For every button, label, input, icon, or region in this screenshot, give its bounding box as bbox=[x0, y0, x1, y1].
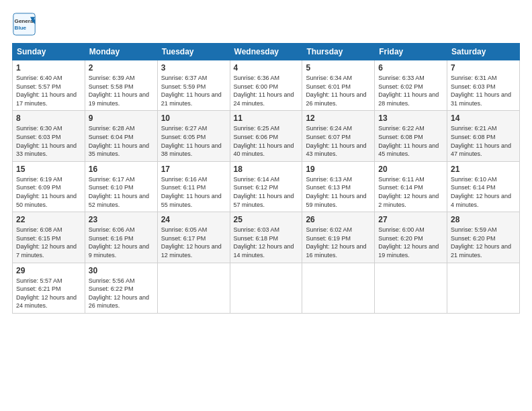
cell-info: Sunrise: 6:33 AMSunset: 6:02 PMDaylight:… bbox=[378, 74, 443, 107]
col-header-tuesday: Tuesday bbox=[157, 44, 230, 60]
calendar-cell: 11Sunrise: 6:25 AMSunset: 6:06 PMDayligh… bbox=[230, 111, 302, 161]
cell-info: Sunrise: 6:00 AMSunset: 6:20 PMDaylight:… bbox=[378, 226, 443, 259]
day-number: 23 bbox=[89, 215, 154, 224]
calendar-cell: 7Sunrise: 6:31 AMSunset: 6:03 PMDaylight… bbox=[447, 60, 520, 111]
cell-info: Sunrise: 6:39 AMSunset: 5:58 PMDaylight:… bbox=[89, 74, 154, 107]
day-number: 24 bbox=[161, 215, 226, 224]
cell-info: Sunrise: 6:10 AMSunset: 6:14 PMDaylight:… bbox=[451, 175, 516, 209]
calendar-cell: 2Sunrise: 6:39 AMSunset: 5:58 PMDaylight… bbox=[85, 60, 157, 111]
week-row-3: 15Sunrise: 6:19 AMSunset: 6:09 PMDayligh… bbox=[13, 161, 520, 212]
day-number: 14 bbox=[451, 113, 516, 123]
cell-info: Sunrise: 6:28 AMSunset: 6:04 PMDaylight:… bbox=[89, 124, 154, 158]
calendar-cell bbox=[375, 263, 447, 313]
day-number: 30 bbox=[89, 266, 154, 275]
col-header-sunday: Sunday bbox=[13, 44, 85, 60]
day-number: 22 bbox=[16, 215, 81, 224]
cell-info: Sunrise: 5:56 AMSunset: 6:22 PMDaylight:… bbox=[89, 277, 154, 310]
svg-text:Blue: Blue bbox=[15, 25, 27, 31]
cell-info: Sunrise: 6:30 AMSunset: 6:03 PMDaylight:… bbox=[16, 124, 81, 158]
calendar-cell: 29Sunrise: 5:57 AMSunset: 6:21 PMDayligh… bbox=[13, 263, 85, 313]
week-row-4: 22Sunrise: 6:08 AMSunset: 6:15 PMDayligh… bbox=[13, 212, 520, 263]
day-number: 18 bbox=[234, 165, 299, 174]
cell-info: Sunrise: 6:16 AMSunset: 6:11 PMDaylight:… bbox=[161, 175, 226, 209]
cell-info: Sunrise: 6:34 AMSunset: 6:01 PMDaylight:… bbox=[306, 74, 371, 107]
col-header-saturday: Saturday bbox=[447, 44, 520, 60]
logo-icon: General Blue bbox=[12, 12, 36, 36]
cell-info: Sunrise: 6:05 AMSunset: 6:17 PMDaylight:… bbox=[161, 226, 226, 259]
cell-info: Sunrise: 6:03 AMSunset: 6:18 PMDaylight:… bbox=[234, 226, 299, 259]
cell-info: Sunrise: 6:14 AMSunset: 6:12 PMDaylight:… bbox=[234, 175, 299, 209]
calendar-cell: 17Sunrise: 6:16 AMSunset: 6:11 PMDayligh… bbox=[157, 161, 230, 212]
col-header-thursday: Thursday bbox=[302, 44, 375, 60]
calendar-cell: 26Sunrise: 6:02 AMSunset: 6:19 PMDayligh… bbox=[302, 212, 375, 263]
cell-info: Sunrise: 6:02 AMSunset: 6:19 PMDaylight:… bbox=[306, 226, 371, 259]
calendar-cell: 13Sunrise: 6:22 AMSunset: 6:08 PMDayligh… bbox=[375, 111, 447, 161]
day-number: 16 bbox=[89, 165, 154, 174]
calendar-cell: 24Sunrise: 6:05 AMSunset: 6:17 PMDayligh… bbox=[157, 212, 230, 263]
header: General Blue bbox=[12, 12, 520, 36]
calendar-cell: 15Sunrise: 6:19 AMSunset: 6:09 PMDayligh… bbox=[13, 161, 85, 212]
cell-info: Sunrise: 6:11 AMSunset: 6:14 PMDaylight:… bbox=[378, 175, 443, 209]
day-number: 15 bbox=[16, 165, 81, 174]
calendar-cell: 12Sunrise: 6:24 AMSunset: 6:07 PMDayligh… bbox=[302, 111, 375, 161]
calendar-cell: 22Sunrise: 6:08 AMSunset: 6:15 PMDayligh… bbox=[13, 212, 85, 263]
calendar-cell: 27Sunrise: 6:00 AMSunset: 6:20 PMDayligh… bbox=[375, 212, 447, 263]
day-number: 10 bbox=[161, 113, 226, 123]
day-number: 13 bbox=[378, 113, 443, 123]
col-header-friday: Friday bbox=[375, 44, 447, 60]
day-number: 27 bbox=[378, 215, 443, 224]
day-number: 11 bbox=[234, 113, 299, 123]
cell-info: Sunrise: 5:57 AMSunset: 6:21 PMDaylight:… bbox=[16, 277, 81, 310]
day-number: 20 bbox=[378, 165, 443, 174]
cell-info: Sunrise: 6:06 AMSunset: 6:16 PMDaylight:… bbox=[89, 226, 154, 259]
calendar-cell: 14Sunrise: 6:21 AMSunset: 6:08 PMDayligh… bbox=[447, 111, 520, 161]
header-row: SundayMondayTuesdayWednesdayThursdayFrid… bbox=[13, 44, 520, 60]
calendar-cell: 21Sunrise: 6:10 AMSunset: 6:14 PMDayligh… bbox=[447, 161, 520, 212]
day-number: 28 bbox=[451, 215, 516, 224]
calendar-cell bbox=[157, 263, 230, 313]
calendar-cell bbox=[447, 263, 520, 313]
calendar-cell: 10Sunrise: 6:27 AMSunset: 6:05 PMDayligh… bbox=[157, 111, 230, 161]
day-number: 7 bbox=[451, 63, 516, 73]
calendar-cell: 1Sunrise: 6:40 AMSunset: 5:57 PMDaylight… bbox=[13, 60, 85, 111]
cell-info: Sunrise: 6:13 AMSunset: 6:13 PMDaylight:… bbox=[306, 175, 371, 209]
day-number: 4 bbox=[234, 63, 299, 73]
calendar-cell: 28Sunrise: 5:59 AMSunset: 6:20 PMDayligh… bbox=[447, 212, 520, 263]
cell-info: Sunrise: 6:31 AMSunset: 6:03 PMDaylight:… bbox=[451, 74, 516, 107]
calendar-cell bbox=[230, 263, 302, 313]
day-number: 19 bbox=[306, 165, 371, 174]
day-number: 29 bbox=[16, 266, 81, 275]
week-row-5: 29Sunrise: 5:57 AMSunset: 6:21 PMDayligh… bbox=[13, 263, 520, 313]
cell-info: Sunrise: 6:37 AMSunset: 5:59 PMDaylight:… bbox=[161, 74, 226, 107]
day-number: 1 bbox=[16, 63, 81, 73]
calendar-cell bbox=[302, 263, 375, 313]
col-header-wednesday: Wednesday bbox=[230, 44, 302, 60]
calendar-cell: 3Sunrise: 6:37 AMSunset: 5:59 PMDaylight… bbox=[157, 60, 230, 111]
day-number: 9 bbox=[89, 113, 154, 123]
calendar-cell: 16Sunrise: 6:17 AMSunset: 6:10 PMDayligh… bbox=[85, 161, 157, 212]
day-number: 12 bbox=[306, 113, 371, 123]
calendar-cell: 18Sunrise: 6:14 AMSunset: 6:12 PMDayligh… bbox=[230, 161, 302, 212]
cell-info: Sunrise: 6:27 AMSunset: 6:05 PMDaylight:… bbox=[161, 124, 226, 158]
day-number: 17 bbox=[161, 165, 226, 174]
cell-info: Sunrise: 6:17 AMSunset: 6:10 PMDaylight:… bbox=[89, 175, 154, 209]
day-number: 26 bbox=[306, 215, 371, 224]
cell-info: Sunrise: 6:25 AMSunset: 6:06 PMDaylight:… bbox=[234, 124, 299, 158]
calendar-cell: 4Sunrise: 6:36 AMSunset: 6:00 PMDaylight… bbox=[230, 60, 302, 111]
cell-info: Sunrise: 6:22 AMSunset: 6:08 PMDaylight:… bbox=[378, 124, 443, 158]
calendar-cell: 5Sunrise: 6:34 AMSunset: 6:01 PMDaylight… bbox=[302, 60, 375, 111]
week-row-2: 8Sunrise: 6:30 AMSunset: 6:03 PMDaylight… bbox=[13, 111, 520, 161]
cell-info: Sunrise: 6:24 AMSunset: 6:07 PMDaylight:… bbox=[306, 124, 371, 158]
calendar-cell: 8Sunrise: 6:30 AMSunset: 6:03 PMDaylight… bbox=[13, 111, 85, 161]
cell-info: Sunrise: 6:19 AMSunset: 6:09 PMDaylight:… bbox=[16, 175, 81, 209]
cell-info: Sunrise: 6:36 AMSunset: 6:00 PMDaylight:… bbox=[234, 74, 299, 107]
logo: General Blue bbox=[12, 12, 36, 36]
page: General Blue SundayMondayTuesdayWednesda… bbox=[0, 0, 532, 411]
day-number: 2 bbox=[89, 63, 154, 73]
day-number: 25 bbox=[234, 215, 299, 224]
cell-info: Sunrise: 6:40 AMSunset: 5:57 PMDaylight:… bbox=[16, 74, 81, 107]
day-number: 5 bbox=[306, 63, 371, 73]
calendar-cell: 9Sunrise: 6:28 AMSunset: 6:04 PMDaylight… bbox=[85, 111, 157, 161]
week-row-1: 1Sunrise: 6:40 AMSunset: 5:57 PMDaylight… bbox=[13, 60, 520, 111]
calendar-table: SundayMondayTuesdayWednesdayThursdayFrid… bbox=[12, 43, 520, 314]
